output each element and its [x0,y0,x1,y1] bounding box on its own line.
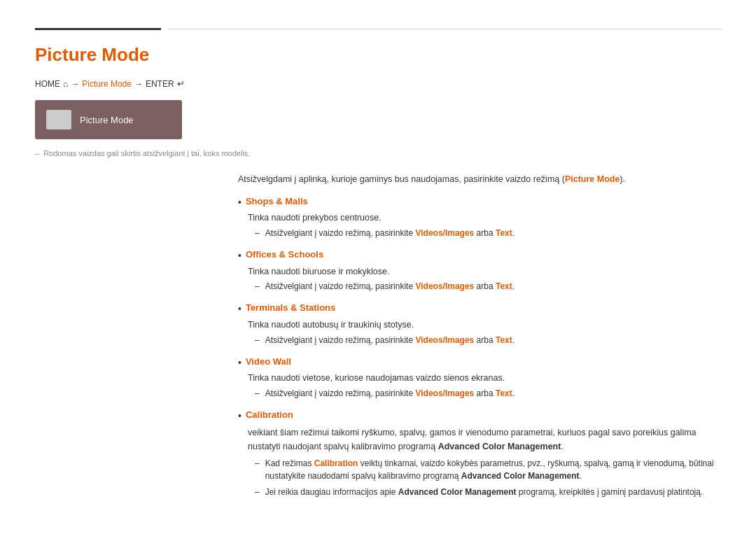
left-panel [35,171,217,508]
intro-content: Atsižvelgdami į aplinką, kurioje gaminys… [238,174,625,184]
offices-schools-sub-text: Atsižvelgiant į vaizdo režimą, pasirinki… [265,280,514,293]
offices-schools-sub: – Atsižvelgiant į vaizdo režimą, pasirin… [248,280,721,293]
breadcrumb-picture-mode[interactable]: Picture Mode [82,79,132,89]
calibration-sub1: – Kad režimas Calibration veiktų tinkama… [248,457,721,482]
shops-malls-sub: – Atsižvelgiant į vaizdo režimą, pasirin… [248,227,721,239]
divider-left [35,28,161,30]
section-offices-schools: • Offices & Schools Tinka naudoti biuruo… [238,249,721,293]
section-title-video-wall: Video Wall [246,356,291,367]
section-calibration: • Calibration veikiant šiam režimui taik… [238,409,721,498]
terminals-stations-sub: – Atsižvelgiant į vaizdo režimą, pasirin… [248,334,721,346]
video-wall-sub: – Atsižvelgiant į vaizdo režimą, pasirin… [248,387,721,400]
content-area: Atsižvelgdami į aplinką, kurioje gaminys… [35,171,721,508]
section-title-terminals-stations: Terminals & Stations [246,302,335,313]
section-title-offices-schools: Offices & Schools [246,249,323,260]
section-shops-malls: • Shops & Malls Tinka naudoti prekybos c… [238,196,721,239]
bullet-terminals-stations: • [238,302,241,316]
breadcrumb-enter: ENTER [146,79,174,89]
section-body-terminals-stations: Tinka naudoti autobusų ir traukinių stot… [238,318,721,346]
video-wall-sub-text: Atsižvelgiant į vaizdo režimą, pasirinki… [265,387,514,400]
calibration-sub1-text: Kad režimas Calibration veiktų tinkamai,… [265,457,721,482]
bullet-calibration: • [238,409,241,423]
offices-schools-body-text: Tinka naudoti biuruose ir mokyklose. [248,267,389,276]
breadcrumb-arrow2: → [134,79,143,89]
section-offices-schools-header: • Offices & Schools [238,249,721,263]
video-wall-sub-dash: – [255,387,260,400]
calibration-sub2-text: Jei reikia daugiau informacijos apie Adv… [265,486,704,498]
section-terminals-stations: • Terminals & Stations Tinka naudoti aut… [238,302,721,346]
intro-text: Atsižvelgdami į aplinką, kurioje gaminys… [238,173,721,186]
offices-schools-sub-dash: – [255,280,260,293]
section-calibration-header: • Calibration [238,409,721,423]
note-dash: – [35,149,39,157]
offices-schools-text: Text [496,281,512,291]
section-terminals-stations-header: • Terminals & Stations [238,302,721,316]
section-shops-malls-header: • Shops & Malls [238,196,721,210]
section-body-offices-schools: Tinka naudoti biuruose ir mokyklose. – A… [238,265,721,293]
calibration-sub2-acm: Advanced Color Management [398,487,517,497]
divider-right [168,29,721,29]
terminals-stations-body-text: Tinka naudoti autobusų ir traukinių stot… [248,320,414,330]
video-wall-text: Text [496,388,512,398]
picture-mode-box: Picture Mode [35,100,182,139]
calibration-sub1-calibration-link: Calibration [314,458,358,468]
calibration-body: veikiant šiam režimui taikomi ryškumo, s… [238,426,721,498]
breadcrumb-arrow1: → [71,79,79,89]
top-divider [35,28,721,30]
calibration-sub1-acm: Advanced Color Management [461,471,580,481]
terminals-stations-text: Text [496,335,512,345]
calibration-body-text: veikiant šiam režimui taikomi ryškumo, s… [248,428,696,451]
right-panel: Atsižvelgdami į aplinką, kurioje gaminys… [238,171,721,508]
enter-icon: ↵ [177,78,185,89]
picture-mode-thumbnail [46,110,71,129]
picture-mode-box-label: Picture Mode [80,115,134,125]
shops-malls-sub-text: Atsižvelgiant į vaizdo režimą, pasirinki… [265,227,514,239]
terminals-stations-sub-text: Atsižvelgiant į vaizdo režimą, pasirinki… [265,334,514,346]
section-body-shops-malls: Tinka naudoti prekybos centruose. – Atsi… [238,211,721,239]
calibration-sub2: – Jei reikia daugiau informacijos apie A… [248,486,721,498]
terminals-stations-sub-dash: – [255,334,260,346]
calibration-acm1: Advanced Color Management [438,442,561,451]
shops-malls-body-text: Tinka naudoti prekybos centruose. [248,213,382,223]
note-content: Rodomas vaizdas gali skirtis atsižvelgia… [43,149,250,157]
video-wall-body-text: Tinka naudoti vietose, kuriose naudojama… [248,373,505,383]
shops-malls-videos-images: Videos/Images [415,228,474,238]
home-icon: ⌂ [63,79,68,89]
intro-picture-mode-link: Picture Mode [565,174,620,184]
bullet-offices-schools: • [238,249,241,263]
section-title-shops-malls: Shops & Malls [246,196,308,206]
bullet-shops-malls: • [238,196,241,210]
home-label: HOME [35,79,60,89]
offices-schools-videos-images: Videos/Images [415,281,474,291]
bullet-video-wall: • [238,356,241,370]
breadcrumb: HOME ⌂ → Picture Mode → ENTER ↵ [35,78,721,89]
note-text: –Rodomas vaizdas gali skirtis atsižvelgi… [35,149,721,157]
section-title-calibration: Calibration [246,409,293,420]
shops-malls-text: Text [496,228,512,238]
video-wall-videos-images: Videos/Images [415,388,474,398]
section-video-wall: • Video Wall Tinka naudoti vietose, kuri… [238,356,721,400]
page-title: Picture Mode [35,44,721,66]
calibration-sub2-dash: – [255,486,260,498]
section-video-wall-header: • Video Wall [238,356,721,370]
calibration-sub1-dash: – [255,457,260,470]
terminals-stations-videos-images: Videos/Images [415,335,474,345]
shops-malls-sub-dash: – [255,227,260,239]
section-body-video-wall: Tinka naudoti vietose, kuriose naudojama… [238,372,721,400]
